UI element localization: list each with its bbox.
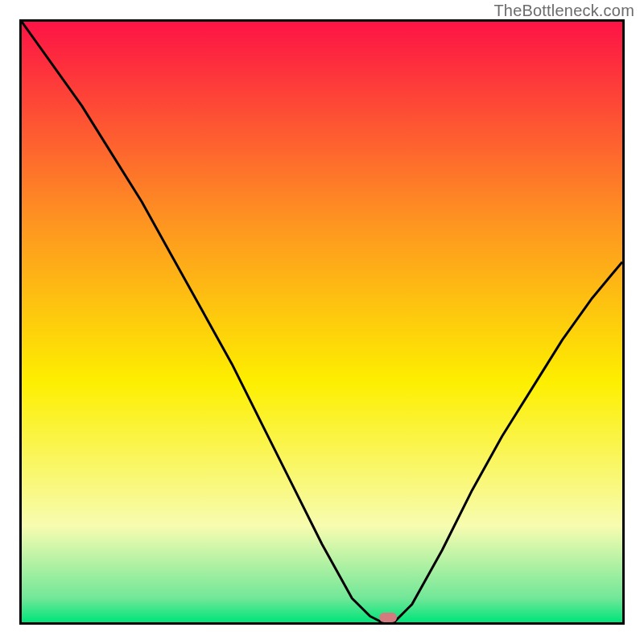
plot-svg — [22, 22, 622, 622]
optimal-point-marker — [379, 613, 397, 622]
chart-container: TheBottleneck.com — [0, 0, 644, 644]
watermark-text: TheBottleneck.com — [493, 2, 634, 20]
plot-frame — [19, 19, 625, 625]
gradient-background — [22, 22, 622, 622]
